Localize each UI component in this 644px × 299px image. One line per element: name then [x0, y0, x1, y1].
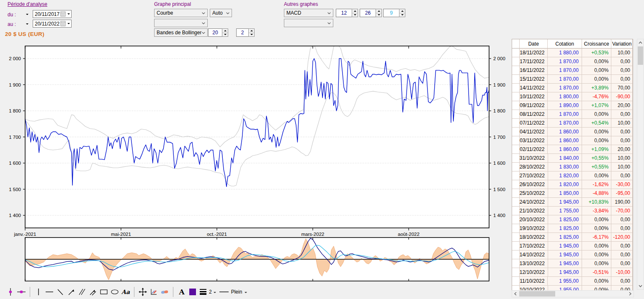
table-row[interactable]: 10/11/20221 800,00-4,76%-90,00 [512, 92, 633, 101]
spin-up-button[interactable] [222, 29, 228, 33]
row-selector-cell[interactable] [512, 75, 520, 84]
table-row[interactable]: 27/10/20221 820,000,00%0,00 [512, 171, 633, 180]
row-selector-cell[interactable] [512, 277, 520, 286]
line-width-dropdown-icon[interactable] [214, 292, 216, 293]
ellipse-tool-button[interactable] [110, 287, 119, 297]
row-selector-cell[interactable] [512, 119, 520, 128]
table-row[interactable]: 17/10/20221 945,000,00%0,00 [512, 242, 633, 250]
overlay2-select[interactable] [154, 19, 208, 27]
overlay-select[interactable]: Bandes de Bollinger [154, 28, 208, 37]
row-selector-cell[interactable] [512, 242, 520, 250]
table-row[interactable]: 24/10/20221 945,00+10,83%190,00 [512, 198, 633, 207]
edit-graph-tool-button[interactable] [149, 287, 158, 297]
move-tool-button[interactable] [138, 287, 147, 297]
table-row[interactable]: 18/10/20221 825,00-6,17%-120,00 [512, 233, 633, 242]
table-row[interactable]: 19/10/20221 825,000,00%0,00 [512, 224, 633, 233]
row-selector-cell[interactable] [512, 189, 520, 198]
spin-up-button[interactable] [249, 29, 254, 33]
row-selector-cell[interactable] [512, 163, 520, 171]
spin-down-button[interactable] [399, 13, 405, 17]
table-row[interactable]: 21/10/20221 755,00-3,84%-70,00 [512, 207, 633, 215]
row-selector-cell[interactable] [512, 180, 520, 189]
row-selector-cell[interactable] [512, 171, 520, 180]
graph-type-select[interactable]: Courbe [154, 9, 208, 17]
table-row[interactable]: 12/10/20221 945,00-0,51%-10,00 [512, 268, 633, 277]
parallel-arrow-tool-button[interactable] [88, 287, 98, 297]
row-selector-cell[interactable] [512, 128, 520, 136]
text-tool-button[interactable]: Aa [121, 287, 130, 297]
table-row[interactable]: 11/10/20221 955,000,00%0,00 [512, 277, 633, 286]
font-color-button[interactable]: A [177, 287, 186, 297]
line-style-dropdown-icon[interactable] [245, 292, 247, 293]
table-row[interactable]: 20/10/20221 825,000,00%0,00 [512, 215, 633, 224]
spin-up-button[interactable] [376, 9, 381, 13]
table-row[interactable]: 07/11/20221 870,00+0,54%10,00 [512, 119, 633, 128]
column-header-croissance[interactable]: Croissance [582, 39, 612, 49]
bollinger-period-spinner[interactable]: 20 [208, 28, 228, 37]
scrollbar-thumb[interactable] [519, 291, 555, 296]
row-selector-cell[interactable] [512, 49, 520, 57]
date-du-field[interactable]: 20/11/2017 [33, 10, 72, 18]
scroll-up-button[interactable] [637, 39, 644, 46]
table-row[interactable]: 18/11/20221 880,00+0,53%10,00 [512, 49, 633, 57]
au-dropdown-button[interactable] [24, 20, 30, 28]
table-row[interactable]: 13/10/20221 945,000,00%0,00 [512, 259, 633, 268]
row-selector-cell[interactable] [512, 136, 520, 145]
macd-fast-spinner[interactable]: 12 [336, 9, 358, 17]
row-selector-cell[interactable] [512, 268, 520, 277]
column-header-variation[interactable]: Variation [611, 39, 633, 49]
spin-down-button[interactable] [376, 13, 381, 17]
row-selector-cell[interactable] [512, 92, 520, 101]
table-row[interactable]: 03/11/20221 860,000,00%0,00 [512, 136, 633, 145]
scale-mode-select[interactable]: Auto [210, 9, 232, 17]
table-row[interactable]: 02/11/20221 860,00+1,09%20,00 [512, 145, 633, 154]
du-dropdown-button[interactable] [24, 11, 30, 18]
indicator2-select[interactable] [284, 19, 333, 27]
table-row[interactable]: 16/11/20221 870,000,00%0,00 [512, 66, 633, 75]
table-row[interactable]: 08/11/20221 870,000,00%0,00 [512, 110, 633, 119]
row-selector-cell[interactable] [512, 110, 520, 119]
parallel-lines-tool-button[interactable] [77, 287, 87, 297]
spin-down-button[interactable] [249, 33, 254, 37]
table-row[interactable]: 25/10/20221 850,00-4,88%-95,00 [512, 189, 633, 198]
column-header-cotation[interactable]: Cotation [548, 39, 582, 49]
row-selector-cell[interactable] [512, 101, 520, 110]
table-row[interactable]: 09/11/20221 890,00+1,07%20,00 [512, 101, 633, 110]
bollinger-stddev-spinner[interactable]: 2 [236, 28, 255, 37]
macd-signal-spinner[interactable]: 9 [383, 9, 405, 17]
eraser-tool-button[interactable] [160, 287, 169, 297]
indicator-select[interactable]: MACD [284, 9, 333, 17]
arrow-line-tool-button[interactable] [67, 287, 76, 297]
row-selector-cell[interactable] [512, 154, 520, 163]
table-row[interactable]: 04/11/20221 860,000,00%0,00 [512, 128, 633, 136]
horizontal-line-tool-button[interactable] [45, 287, 54, 297]
row-selector-cell[interactable] [512, 145, 520, 154]
column-header-date[interactable]: Date [520, 39, 548, 49]
row-selector-cell[interactable] [512, 259, 520, 268]
row-selector-cell[interactable] [512, 57, 520, 66]
table-vertical-scrollbar[interactable] [637, 39, 644, 290]
table-row[interactable]: 14/11/20221 870,00+3,89%70,00 [512, 84, 633, 92]
crosshair-horizontal-tool-button[interactable] [17, 287, 26, 297]
row-selector-cell[interactable] [512, 233, 520, 242]
date-au-dropdown-icon[interactable] [67, 23, 70, 24]
macd-chart[interactable] [0, 237, 512, 284]
row-selector-cell[interactable] [512, 84, 520, 92]
row-selector-cell[interactable] [512, 250, 520, 259]
scroll-down-button[interactable] [637, 283, 644, 289]
rectangle-tool-button[interactable] [99, 287, 108, 297]
table-row[interactable]: 15/11/20221 870,000,00%0,00 [512, 75, 633, 84]
crosshair-vertical-tool-button[interactable] [6, 287, 15, 297]
macd-slow-spinner[interactable]: 26 [360, 9, 382, 17]
spin-up-button[interactable] [399, 9, 405, 13]
main-price-chart[interactable]: 2 0002 0001 9001 9001 8001 8001 7001 700… [0, 40, 512, 238]
row-selector-cell[interactable] [512, 207, 520, 215]
date-du-dropdown-icon[interactable] [67, 13, 70, 15]
table-horizontal-scrollbar[interactable] [512, 290, 634, 297]
spin-down-button[interactable] [352, 13, 358, 17]
vertical-line-tool-button[interactable] [34, 287, 43, 297]
calendar-icon[interactable] [60, 11, 66, 17]
color-swatch-button[interactable] [188, 287, 197, 297]
spin-up-button[interactable] [352, 9, 358, 13]
date-au-field[interactable]: 20/11/2022 [33, 20, 72, 28]
